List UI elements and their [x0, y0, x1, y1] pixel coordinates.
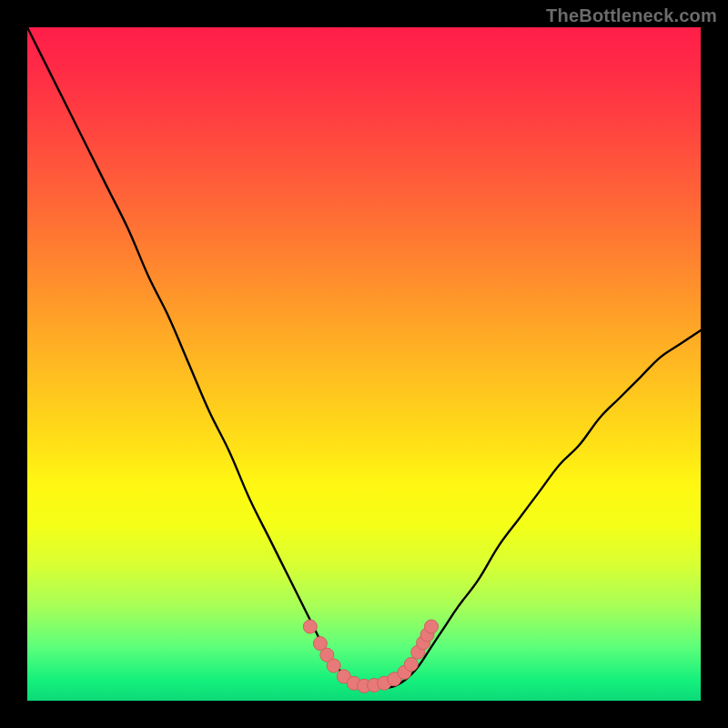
chart-frame: TheBottleneck.com [0, 0, 728, 728]
bottleneck-svg [27, 27, 701, 701]
marker-dot [404, 658, 418, 672]
marker-dot [425, 620, 439, 633]
bottleneck-curve [27, 27, 701, 688]
watermark-text: TheBottleneck.com [546, 5, 717, 26]
marker-dot [327, 659, 340, 672]
sweet-spot-markers [303, 620, 438, 693]
plot-area [27, 27, 701, 701]
marker-dot [303, 620, 317, 633]
